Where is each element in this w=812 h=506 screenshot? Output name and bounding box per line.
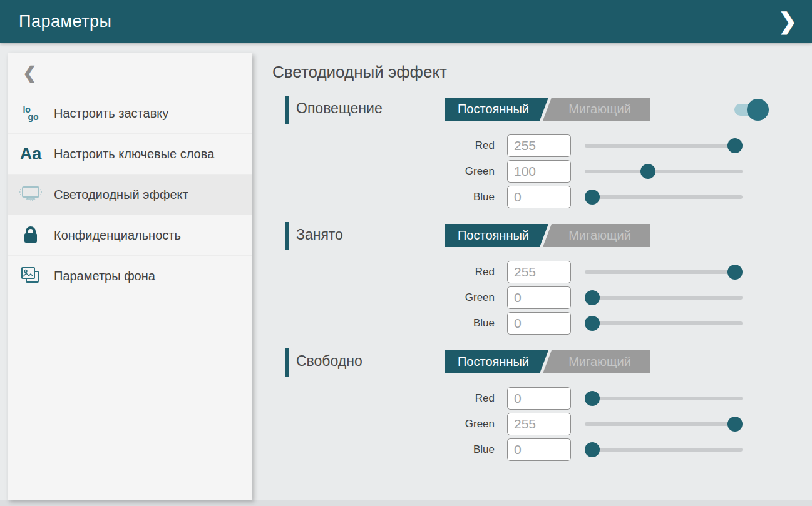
chevron-right-icon[interactable]: ❯	[773, 5, 802, 38]
channel-label: Blue	[445, 191, 495, 203]
rgb-row-blue: Blue	[285, 312, 771, 335]
sidebar-item-background[interactable]: Параметры фона	[8, 256, 252, 296]
slider-knob[interactable]	[585, 290, 600, 305]
slider-knob[interactable]	[585, 316, 600, 331]
rgb-controls: Red Green Blue	[285, 261, 771, 335]
green-slider[interactable]	[585, 296, 743, 300]
green-value-input[interactable]	[507, 413, 571, 435]
led-section-busy: Занято Постоянный Мигающий Red Green	[285, 222, 771, 338]
green-value-input[interactable]	[507, 160, 571, 183]
mode-option-flashing[interactable]: Мигающий	[540, 98, 650, 121]
rgb-row-green: Green	[285, 413, 771, 435]
channel-label: Blue	[445, 443, 495, 456]
slider-knob[interactable]	[727, 265, 743, 280]
slider-knob[interactable]	[640, 164, 655, 179]
accent-bar	[285, 96, 289, 124]
accent-bar	[285, 222, 289, 250]
logo-icon: logo	[8, 106, 54, 121]
rgb-row-red: Red	[285, 387, 771, 410]
mode-option-flashing[interactable]: Мигающий	[540, 350, 650, 373]
led-section-free: Свободно Постоянный Мигающий Red Green	[285, 348, 771, 464]
sidebar-item-led-effect[interactable]: Светодиодный эффект	[8, 175, 252, 215]
red-slider[interactable]	[585, 144, 743, 148]
rgb-row-green: Green	[285, 160, 771, 183]
sidebar-item-label: Настроить заставку	[54, 105, 172, 122]
mode-option-constant[interactable]: Постоянный	[445, 98, 548, 121]
blue-value-input[interactable]	[507, 186, 571, 208]
section-page-title: Светодиодный эффект	[272, 63, 447, 82]
section-header: Свободно Постоянный Мигающий	[285, 348, 771, 377]
channel-label: Red	[445, 139, 495, 152]
top-app-bar: Параметры ❯	[0, 0, 812, 43]
slider-knob[interactable]	[585, 190, 600, 205]
lock-icon	[8, 226, 54, 245]
slider-knob[interactable]	[585, 442, 600, 457]
rgb-row-green: Green	[285, 286, 771, 309]
slider-knob[interactable]	[727, 417, 743, 432]
sidebar-item-label: Настроить ключевые слова	[54, 146, 218, 163]
section-label: Занято	[296, 226, 343, 243]
settings-screen: Параметры ❯ ❮ logo Настроить заставку Aa…	[0, 0, 812, 506]
channel-label: Red	[445, 266, 495, 278]
mode-option-flashing[interactable]: Мигающий	[540, 224, 650, 247]
slider-knob[interactable]	[727, 138, 743, 153]
chevron-left-icon: ❮	[23, 63, 37, 83]
red-value-input[interactable]	[507, 387, 571, 410]
green-slider[interactable]	[585, 422, 743, 426]
red-slider[interactable]	[585, 397, 743, 400]
green-value-input[interactable]	[507, 286, 571, 309]
rgb-row-blue: Blue	[285, 186, 771, 208]
mode-option-constant[interactable]: Постоянный	[445, 350, 548, 373]
sidebar-item-label: Конфиденциальность	[54, 227, 185, 244]
sidebar-item-label: Светодиодный эффект	[54, 186, 192, 203]
blue-slider[interactable]	[585, 321, 743, 325]
sidebar-item-label: Параметры фона	[54, 268, 159, 285]
mode-segmented-control: Постоянный Мигающий	[445, 224, 650, 247]
slider-knob[interactable]	[585, 391, 600, 406]
settings-sidebar: ❮ logo Настроить заставку Aa Настроить к…	[8, 53, 252, 500]
channel-label: Green	[445, 291, 495, 304]
blue-value-input[interactable]	[507, 312, 571, 335]
accent-bar	[285, 348, 289, 377]
rgb-controls: Red Green Blue	[285, 134, 771, 208]
rgb-row-blue: Blue	[285, 438, 771, 461]
sidebar-back-button[interactable]: ❮	[8, 53, 252, 93]
section-label: Свободно	[296, 353, 362, 370]
red-value-input[interactable]	[507, 134, 571, 157]
background-image-icon	[8, 265, 54, 286]
sidebar-item-keywords[interactable]: Aa Настроить ключевые слова	[8, 134, 252, 175]
mode-option-constant[interactable]: Постоянный	[445, 224, 548, 247]
toggle-knob[interactable]	[747, 99, 769, 121]
rgb-controls: Red Green Blue	[285, 387, 771, 461]
rgb-row-red: Red	[285, 134, 771, 157]
channel-label: Green	[445, 418, 495, 430]
mode-segmented-control: Постоянный Мигающий	[445, 98, 650, 121]
page-title: Параметры	[19, 12, 111, 31]
red-slider[interactable]	[585, 270, 743, 274]
channel-label: Red	[445, 392, 495, 405]
sidebar-item-privacy[interactable]: Конфиденциальность	[8, 215, 252, 256]
display-icon	[8, 185, 54, 205]
rgb-row-red: Red	[285, 261, 771, 283]
blue-slider[interactable]	[585, 195, 743, 199]
section-header: Оповещение Постоянный Мигающий	[285, 96, 771, 124]
channel-label: Blue	[445, 317, 495, 330]
led-section-alert: Оповещение Постоянный Мигающий Red Green	[285, 96, 771, 211]
green-slider[interactable]	[585, 170, 743, 173]
blue-slider[interactable]	[585, 448, 743, 452]
text-aa-icon: Aa	[8, 146, 54, 163]
blue-value-input[interactable]	[507, 438, 571, 461]
alert-enabled-toggle[interactable]	[734, 104, 763, 116]
section-label: Оповещение	[296, 100, 383, 117]
section-header: Занято Постоянный Мигающий	[285, 222, 771, 250]
red-value-input[interactable]	[507, 261, 571, 283]
sidebar-item-screensaver[interactable]: logo Настроить заставку	[8, 93, 252, 134]
bottom-edge	[0, 500, 812, 506]
channel-label: Green	[445, 165, 495, 178]
mode-segmented-control: Постоянный Мигающий	[445, 350, 650, 373]
